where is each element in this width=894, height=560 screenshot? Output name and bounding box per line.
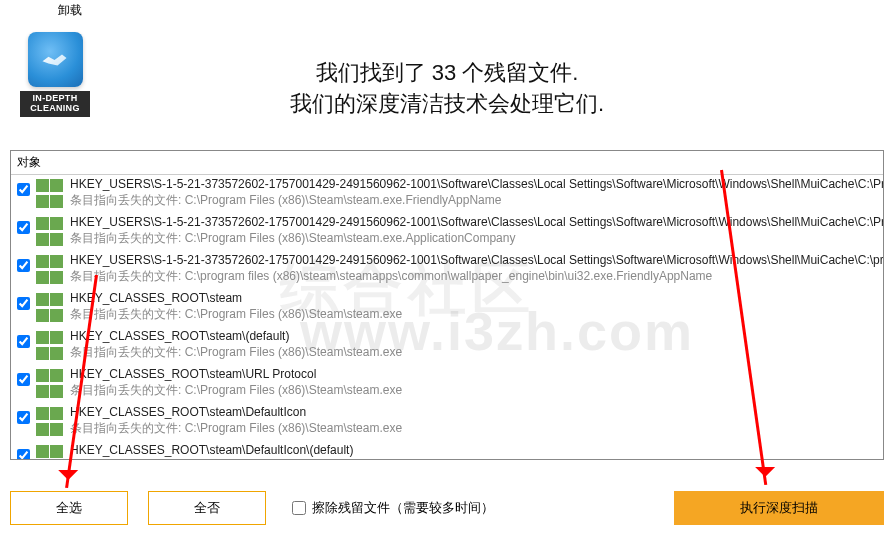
leftover-list-panel: 对象 HKEY_USERS\S-1-5-21-373572602-1757001… <box>10 150 884 460</box>
bottom-bar: 全选 全否 擦除残留文件（需要较多时间） 执行深度扫描 <box>10 488 884 528</box>
row-path: HKEY_USERS\S-1-5-21-373572602-1757001429… <box>70 253 883 267</box>
table-row[interactable]: HKEY_USERS\S-1-5-21-373572602-1757001429… <box>11 251 883 289</box>
row-sub: 条目指向丢失的文件: C:\Program Files (x86)\Steam\… <box>70 230 883 247</box>
row-sub: 条目指向丢失的文件: C:\Program Files (x86)\Steam\… <box>70 306 402 323</box>
row-path: HKEY_CLASSES_ROOT\steam <box>70 291 402 305</box>
registry-icon <box>36 369 64 401</box>
registry-icon <box>36 179 64 211</box>
row-path: HKEY_USERS\S-1-5-21-373572602-1757001429… <box>70 177 883 191</box>
window-title: 卸载 <box>58 2 82 19</box>
registry-icon <box>36 255 64 287</box>
row-checkbox[interactable] <box>17 183 30 196</box>
list-body[interactable]: HKEY_USERS\S-1-5-21-373572602-1757001429… <box>11 175 883 459</box>
row-sub: 条目指向丢失的文件: C:\program files (x86)\steam\… <box>70 268 883 285</box>
row-checkbox[interactable] <box>17 221 30 234</box>
table-row[interactable]: HKEY_CLASSES_ROOT\steam\(default)条目指向丢失的… <box>11 327 883 365</box>
list-column-header: 对象 <box>11 151 883 175</box>
select-all-button[interactable]: 全选 <box>10 491 128 525</box>
row-path: HKEY_CLASSES_ROOT\steam\DefaultIcon\(def… <box>70 443 402 457</box>
row-checkbox[interactable] <box>17 449 30 459</box>
row-checkbox[interactable] <box>17 259 30 272</box>
table-row[interactable]: HKEY_CLASSES_ROOT\steam条目指向丢失的文件: C:\Pro… <box>11 289 883 327</box>
registry-icon <box>36 331 64 363</box>
row-checkbox[interactable] <box>17 373 30 386</box>
row-checkbox[interactable] <box>17 411 30 424</box>
registry-icon <box>36 293 64 325</box>
table-row[interactable]: HKEY_CLASSES_ROOT\steam\URL Protocol条目指向… <box>11 365 883 403</box>
row-sub: 条目指向丢失的文件: C:\Program Files (x86)\Steam\… <box>70 382 402 399</box>
select-none-button[interactable]: 全否 <box>148 491 266 525</box>
row-sub: 条目指向丢失的文件: C:\Program Files (x86)\Steam\… <box>70 192 883 209</box>
table-row[interactable]: HKEY_USERS\S-1-5-21-373572602-1757001429… <box>11 213 883 251</box>
row-sub: 条目指向丢失的文件: C:\Program Files (x86)\Steam\… <box>70 458 402 459</box>
wipe-residual-label[interactable]: 擦除残留文件（需要较多时间） <box>312 499 494 517</box>
row-sub: 条目指向丢失的文件: C:\Program Files (x86)\Steam\… <box>70 420 402 437</box>
row-path: HKEY_USERS\S-1-5-21-373572602-1757001429… <box>70 215 883 229</box>
table-row[interactable]: HKEY_USERS\S-1-5-21-373572602-1757001429… <box>11 175 883 213</box>
registry-icon <box>36 407 64 439</box>
headline-line1: 我们找到了 33 个残留文件. <box>0 58 894 89</box>
row-sub: 条目指向丢失的文件: C:\Program Files (x86)\Steam\… <box>70 344 402 361</box>
registry-icon <box>36 217 64 249</box>
headline-line2: 我们的深度清洁技术会处理它们. <box>0 89 894 120</box>
registry-icon <box>36 445 64 459</box>
wipe-residual-checkbox[interactable] <box>292 501 306 515</box>
row-checkbox[interactable] <box>17 335 30 348</box>
row-path: HKEY_CLASSES_ROOT\steam\DefaultIcon <box>70 405 402 419</box>
deep-scan-button[interactable]: 执行深度扫描 <box>674 491 884 525</box>
row-checkbox[interactable] <box>17 297 30 310</box>
table-row[interactable]: HKEY_CLASSES_ROOT\steam\DefaultIcon\(def… <box>11 441 883 459</box>
headline: 我们找到了 33 个残留文件. 我们的深度清洁技术会处理它们. <box>0 58 894 120</box>
row-path: HKEY_CLASSES_ROOT\steam\(default) <box>70 329 402 343</box>
table-row[interactable]: HKEY_CLASSES_ROOT\steam\DefaultIcon条目指向丢… <box>11 403 883 441</box>
row-path: HKEY_CLASSES_ROOT\steam\URL Protocol <box>70 367 402 381</box>
